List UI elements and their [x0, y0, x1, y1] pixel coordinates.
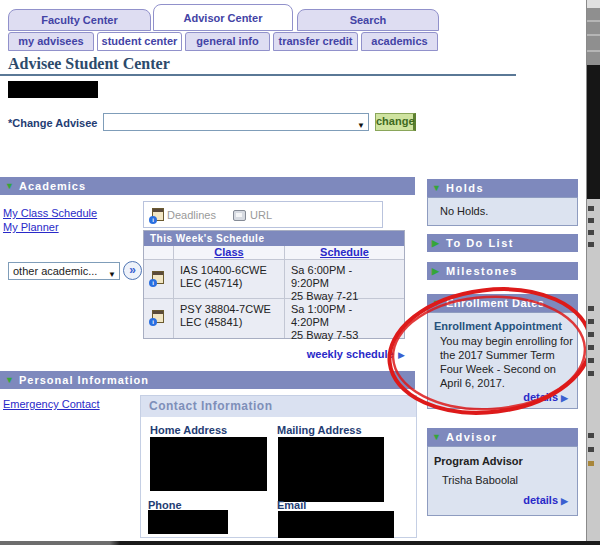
deadlines-label: Deadlines [167, 209, 216, 221]
personal-info-header-label: Personal Information [19, 374, 149, 386]
weekly-schedule-table: This Week's Schedule Class Schedule i IA… [143, 230, 405, 339]
tab-search[interactable]: Search [297, 9, 439, 31]
advisor-role-label: Program Advisor [428, 447, 577, 467]
change-button[interactable]: change [375, 113, 416, 131]
enrollment-appointment-label: Enrollment Appointment [428, 313, 577, 332]
my-planner-link[interactable]: My Planner [3, 221, 59, 233]
class-cell: IAS 10400-6CWE LEC (45714) [173, 260, 284, 298]
schedule-row: i IAS 10400-6CWE LEC (45714) Sa 6:00PM -… [144, 260, 404, 298]
collapse-triangle-icon[interactable]: ▼ [5, 177, 14, 195]
todo-section-header: ▶ To Do List [427, 234, 578, 252]
expand-triangle-icon[interactable]: ▶ [432, 262, 439, 280]
enrollment-details-link[interactable]: details ▶ [523, 391, 568, 403]
milestones-header-label: Milestones [446, 265, 518, 277]
redacted-phone [148, 510, 228, 534]
subtab-academics[interactable]: academics [361, 32, 438, 51]
chevron-down-icon: ▼ [357, 118, 365, 134]
holds-section-header: ▼ Holds [427, 179, 578, 197]
advisor-details-link[interactable]: details ▶ [523, 494, 568, 506]
advisor-panel: Program Advisor Trisha Baboolal details … [427, 446, 578, 516]
go-button[interactable]: » [123, 261, 142, 280]
schedule-table-header-row: Class Schedule [144, 246, 404, 260]
holds-header-label: Holds [446, 182, 484, 194]
info-icon: i [149, 216, 157, 224]
class-deadlines-icon[interactable]: i [152, 310, 164, 323]
schedule-cell: Sa 6:00PM - 9:20PM 25 Bway 7-21 [284, 260, 404, 298]
holds-body-text: No Holds. [440, 205, 488, 217]
advisor-name: Trisha Baboolal [428, 467, 577, 486]
redacted-mailing-address [278, 437, 384, 502]
subtab-general-info[interactable]: general info [185, 32, 270, 51]
screenshot-bottom-edge [0, 541, 600, 545]
background-window-sliver [586, 0, 600, 545]
my-class-schedule-link[interactable]: My Class Schedule [3, 207, 97, 219]
advisor-section-header: ▼ Advisor [427, 428, 578, 446]
schedule-table-title: This Week's Schedule [144, 231, 404, 246]
weekly-schedule-link[interactable]: weekly schedule [307, 348, 394, 360]
enrollment-dates-section-header: ▼ Enrollment Dates [427, 294, 578, 312]
contact-information-title: Contact Information [141, 396, 416, 417]
subtab-student-center[interactable]: student center [97, 32, 182, 51]
academics-section-header: ▼ Academics [0, 177, 415, 195]
change-advisee-label: *Change Advisee [8, 117, 97, 129]
collapse-triangle-icon[interactable]: ▼ [432, 294, 441, 312]
arrow-right-icon: ▶ [398, 350, 405, 360]
email-label: Email [277, 499, 306, 511]
class-cell: PSY 38804-7CWE LEC (45841) [173, 299, 284, 338]
mailing-address-label: Mailing Address [277, 424, 362, 436]
url-icon [233, 210, 246, 221]
advisor-header-label: Advisor [446, 431, 497, 443]
academics-header-label: Academics [19, 180, 86, 192]
todo-header-label: To Do List [446, 237, 514, 249]
arrow-right-icon: ▶ [561, 393, 568, 403]
title-divider [0, 74, 516, 76]
other-academic-select[interactable]: other academic... ▼ [8, 262, 120, 280]
page-title: Advisee Student Center [8, 55, 170, 73]
weekly-schedule-link-row: weekly schedule ▶ [143, 344, 405, 362]
subtab-transfer-credit[interactable]: transfer credit [273, 32, 358, 51]
info-icon: i [149, 318, 157, 326]
schedule-toolbar: i Deadlines URL [143, 201, 383, 228]
enrollment-dates-header-label: Enrollment Dates [446, 297, 544, 309]
holds-panel: No Holds. [427, 197, 578, 226]
schedule-cell: Sa 1:00PM - 4:20PM 25 Bway 7-53 [284, 299, 404, 338]
tab-faculty-center[interactable]: Faculty Center [8, 9, 151, 31]
milestones-section-header: ▶ Milestones [427, 262, 578, 280]
home-address-label: Home Address [150, 424, 227, 436]
class-deadlines-icon[interactable]: i [152, 271, 164, 284]
redacted-email [278, 511, 394, 538]
subtab-my-advisees[interactable]: my advisees [8, 32, 94, 51]
redacted-student-name [8, 81, 98, 98]
redacted-home-address [150, 437, 267, 491]
other-academic-value: other academic... [13, 265, 97, 277]
chevron-down-icon: ▼ [108, 267, 116, 283]
class-column-link[interactable]: Class [214, 246, 243, 258]
info-icon: i [149, 279, 157, 287]
expand-triangle-icon[interactable]: ▶ [432, 234, 439, 252]
url-label: URL [250, 209, 272, 221]
collapse-triangle-icon[interactable]: ▼ [432, 179, 441, 197]
schedule-row: i PSY 38804-7CWE LEC (45841) Sa 1:00PM -… [144, 298, 404, 338]
personal-info-section-header: ▼ Personal Information [0, 371, 415, 389]
arrow-right-icon: ▶ [561, 496, 568, 506]
change-advisee-select[interactable]: ▼ [103, 113, 369, 131]
emergency-contact-link[interactable]: Emergency Contact [3, 398, 100, 410]
deadlines-calendar-icon: i [152, 208, 164, 221]
enrollment-dates-panel: Enrollment Appointment You may begin enr… [427, 312, 578, 409]
enrollment-appointment-text: You may begin enrolling for the 2017 Sum… [428, 332, 577, 390]
schedule-column-link[interactable]: Schedule [320, 246, 369, 258]
collapse-triangle-icon[interactable]: ▼ [5, 371, 14, 389]
collapse-triangle-icon[interactable]: ▼ [432, 428, 441, 446]
tab-advisor-center[interactable]: Advisor Center [153, 4, 293, 31]
